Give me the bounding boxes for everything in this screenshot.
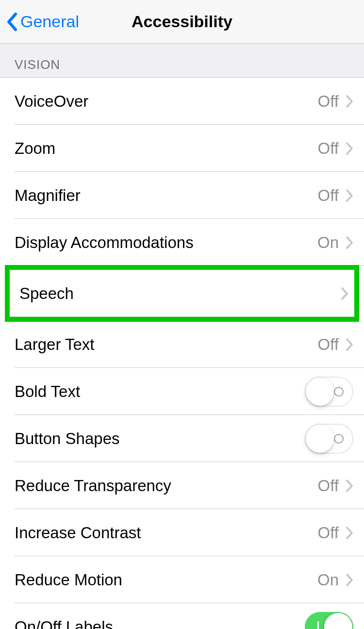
toggle-off-indicator bbox=[334, 434, 344, 444]
row-label: Reduce Transparency bbox=[15, 477, 318, 495]
row-button-shapes[interactable]: Button Shapes bbox=[0, 415, 364, 462]
row-bold-text[interactable]: Bold Text bbox=[0, 368, 364, 415]
chevron-right-icon bbox=[341, 287, 348, 300]
toggle-knob bbox=[306, 378, 334, 406]
chevron-right-icon bbox=[346, 189, 353, 202]
row-label: On/Off Labels bbox=[15, 618, 305, 629]
row-status: On bbox=[317, 571, 339, 589]
chevron-right-icon bbox=[346, 573, 353, 587]
toggle-on-indicator bbox=[317, 621, 319, 629]
on-off-labels-toggle[interactable] bbox=[305, 612, 353, 629]
button-shapes-toggle[interactable] bbox=[305, 424, 353, 454]
highlight-box: Speech bbox=[5, 265, 359, 322]
row-label: Increase Contrast bbox=[15, 524, 318, 542]
row-label: Button Shapes bbox=[15, 430, 305, 448]
row-display-accommodations[interactable]: Display Accommodations On bbox=[0, 219, 364, 266]
row-magnifier[interactable]: Magnifier Off bbox=[0, 172, 364, 219]
row-status: Off bbox=[318, 477, 339, 495]
chevron-left-icon bbox=[6, 12, 17, 32]
row-status: Off bbox=[318, 186, 339, 205]
chevron-right-icon bbox=[346, 142, 353, 155]
row-label: Magnifier bbox=[15, 186, 318, 205]
row-reduce-transparency[interactable]: Reduce Transparency Off bbox=[0, 462, 364, 509]
row-label: Zoom bbox=[15, 139, 318, 158]
row-label: Reduce Motion bbox=[15, 571, 317, 589]
chevron-right-icon bbox=[346, 479, 353, 493]
row-on-off-labels[interactable]: On/Off Labels bbox=[0, 603, 364, 629]
row-label: Display Accommodations bbox=[15, 233, 317, 252]
nav-bar: General Accessibility bbox=[0, 0, 364, 44]
row-status: On bbox=[317, 233, 339, 252]
back-label: General bbox=[20, 12, 79, 31]
row-label: Bold Text bbox=[15, 382, 305, 401]
row-zoom[interactable]: Zoom Off bbox=[0, 125, 364, 172]
row-label: Speech bbox=[19, 284, 341, 303]
toggle-knob bbox=[324, 613, 352, 629]
toggle-off-indicator bbox=[334, 387, 344, 397]
row-label: Larger Text bbox=[15, 335, 318, 354]
row-voiceover[interactable]: VoiceOver Off bbox=[0, 78, 364, 125]
settings-list: VoiceOver Off Zoom Off Magnifier Off Dis… bbox=[0, 77, 364, 629]
row-status: Off bbox=[318, 335, 339, 354]
page-title: Accessibility bbox=[132, 12, 232, 31]
row-status: Off bbox=[318, 92, 339, 111]
row-speech[interactable]: Speech bbox=[10, 270, 354, 317]
row-larger-text[interactable]: Larger Text Off bbox=[0, 321, 364, 368]
row-increase-contrast[interactable]: Increase Contrast Off bbox=[0, 509, 364, 556]
chevron-right-icon bbox=[346, 236, 353, 249]
toggle-knob bbox=[306, 425, 334, 453]
row-label: VoiceOver bbox=[15, 92, 318, 111]
section-header-vision: VISION bbox=[0, 44, 364, 77]
chevron-right-icon bbox=[346, 338, 353, 351]
bold-text-toggle[interactable] bbox=[305, 377, 353, 407]
chevron-right-icon bbox=[346, 526, 353, 540]
row-status: Off bbox=[318, 139, 339, 158]
row-reduce-motion[interactable]: Reduce Motion On bbox=[0, 556, 364, 603]
back-button[interactable]: General bbox=[6, 0, 79, 43]
chevron-right-icon bbox=[346, 95, 353, 108]
row-status: Off bbox=[318, 524, 339, 542]
